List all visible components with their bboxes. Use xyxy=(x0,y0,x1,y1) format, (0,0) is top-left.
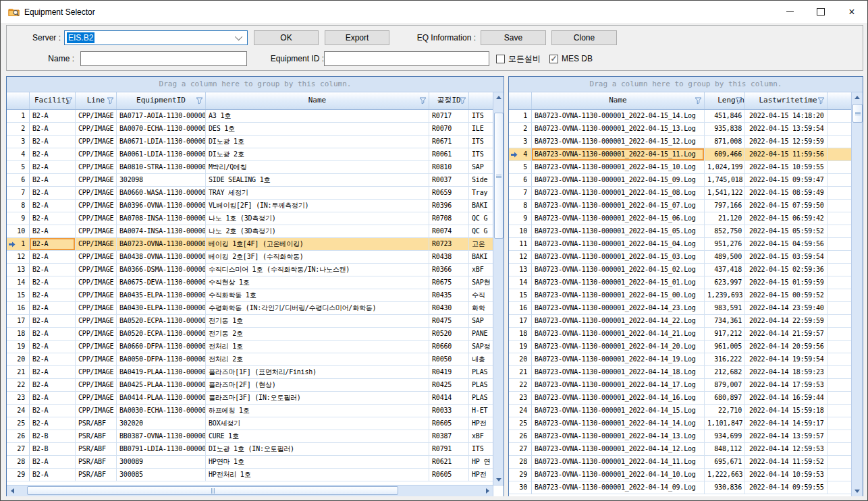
cell-lastwritetime[interactable]: 2022-04-15 10:59:55 xyxy=(745,161,828,174)
cell-lastwritetime[interactable]: 2022-04-14 11:59:52 xyxy=(745,456,828,469)
row-indicator[interactable]: 14 xyxy=(7,276,30,289)
header-equipment-id[interactable]: EquipmentID xyxy=(117,92,206,109)
vertical-scrollbar[interactable] xyxy=(851,92,863,496)
row-indicator[interactable]: 20 xyxy=(7,353,30,366)
cell-facility[interactable]: B2-A xyxy=(30,200,76,212)
cell-log-name[interactable]: BA0723-OVNA-1130-000001_2022-04-14_12.Lo… xyxy=(532,443,705,456)
scroll-right-button[interactable] xyxy=(482,485,493,496)
row-indicator[interactable]: 3 xyxy=(7,136,30,148)
cell-line[interactable]: CPP/IMAGE xyxy=(76,379,117,392)
cell-log-name[interactable]: BA0723-OVNA-1130-000001_2022-04-14_09.Lo… xyxy=(532,481,705,494)
cell-equipment-id[interactable]: BA0050-DFPA-1130-000001 xyxy=(117,353,206,366)
cell-length[interactable]: 1,101,847 xyxy=(705,417,745,430)
row-indicator[interactable]: 12 xyxy=(7,251,30,264)
cell-extra[interactable]: ILE xyxy=(469,123,493,136)
cell-facility[interactable]: B2-A xyxy=(30,315,76,328)
cell-equipment-id[interactable]: BA0070-ECHA-1130-000001 xyxy=(117,123,206,136)
table-row[interactable]: 14 BA0723-OVNA-1130-000001_2022-04-15_01… xyxy=(509,276,851,289)
row-indicator[interactable]: 17 xyxy=(509,315,532,328)
cell-lastwritetime[interactable]: 2022-04-14 20:59:56 xyxy=(745,341,828,353)
table-row[interactable]: 5 BA0723-OVNA-1130-000001_2022-04-15_10.… xyxy=(509,161,851,174)
cell-log-name[interactable]: BA0723-OVNA-1130-000001_2022-04-14_20.Lo… xyxy=(532,341,705,353)
filter-icon[interactable] xyxy=(107,97,114,105)
cell-length[interactable]: 451,846 xyxy=(705,110,745,123)
cell-length[interactable]: 489,500 xyxy=(705,251,745,264)
cell-name[interactable]: 전기동 1호 xyxy=(206,315,429,328)
row-indicator[interactable]: 28 xyxy=(7,456,30,469)
cell-equipment-id[interactable]: BA0366-DSMA-1130-000001 xyxy=(117,264,206,276)
cell-lastwritetime[interactable]: 2022-04-15 07:59:50 xyxy=(745,200,828,212)
row-indicator[interactable]: 15 xyxy=(7,289,30,302)
header-length[interactable]: Length xyxy=(705,92,745,109)
cell-extra[interactable]: 화학 xyxy=(469,302,493,315)
cell-length[interactable]: 797,166 xyxy=(705,200,745,212)
cell-log-name[interactable]: BA0723-OVNA-1130-000001_2022-04-14_11.Lo… xyxy=(532,456,705,469)
cell-process-id[interactable]: R0671 xyxy=(429,136,469,148)
table-row[interactable]: 12 BA0723-OVNA-1130-000001_2022-04-15_03… xyxy=(509,251,851,264)
row-indicator[interactable]: 27 xyxy=(7,443,30,456)
cell-line[interactable]: CPP/IMAGE xyxy=(76,251,117,264)
cell-facility[interactable]: B2-A xyxy=(30,366,76,379)
table-row[interactable]: 20 B2-A CPP/IMAGE BA0050-DFPA-1130-00000… xyxy=(7,353,493,366)
header-extra[interactable] xyxy=(469,92,493,109)
row-indicator[interactable]: 6 xyxy=(7,174,30,187)
cell-line[interactable]: CPP/IMAGE xyxy=(76,187,117,200)
cell-lastwritetime[interactable]: 2022-04-14 10:59:53 xyxy=(745,469,828,481)
row-indicator[interactable]: 1 xyxy=(7,110,30,123)
cell-process-id[interactable]: R0605 xyxy=(429,469,469,481)
table-row[interactable]: 10 B2-A CPP/IMAGE BA0074-INSA-1130-00000… xyxy=(7,225,493,238)
cell-process-id[interactable]: R0723 xyxy=(429,238,469,251)
table-row[interactable]: 12 B2-A CPP/IMAGE BA0438-OVNA-1130-00000… xyxy=(7,251,493,264)
cell-log-name[interactable]: BA0723-OVNA-1130-000001_2022-04-14_22.Lo… xyxy=(532,315,705,328)
table-row[interactable]: 25 BA0723-OVNA-1130-000001_2022-04-14_14… xyxy=(509,417,851,430)
filter-icon[interactable] xyxy=(817,97,825,105)
cell-length[interactable]: 695,671 xyxy=(705,456,745,469)
cell-length[interactable]: 609,466 xyxy=(705,148,745,161)
row-indicator[interactable]: 19 xyxy=(7,341,30,353)
cell-equipment-id[interactable]: BA0030-ECHA-1130-000001 xyxy=(117,405,206,417)
cell-log-name[interactable]: BA0723-OVNA-1130-000001_2022-04-14_15.Lo… xyxy=(532,405,705,417)
cell-length[interactable]: 1,745,018 xyxy=(705,174,745,187)
cell-name[interactable]: 플라즈마[2F] (현상) xyxy=(206,379,429,392)
cell-facility[interactable]: B2-A xyxy=(30,328,76,341)
ok-button[interactable]: OK xyxy=(254,30,319,45)
cell-process-id[interactable]: R0717 xyxy=(429,110,469,123)
filter-icon[interactable] xyxy=(419,97,427,105)
table-row[interactable]: 26 B2-B PSR/ABF BB0387-OVNA-1130-000001 … xyxy=(7,430,493,443)
cell-length[interactable]: 961,005 xyxy=(705,341,745,353)
table-row[interactable]: 27 B2-B PSR/ABF BB0791-LDIA-1130-000001 … xyxy=(7,443,493,456)
table-row[interactable]: 5 B2-A CPP/IMAGE BA0810-STRA-1130-000001… xyxy=(7,161,493,174)
cell-log-name[interactable]: BA0723-OVNA-1130-000001_2022-04-15_00.Lo… xyxy=(532,289,705,302)
cell-lastwritetime[interactable]: 2022-04-14 12:59:53 xyxy=(745,443,828,456)
cell-line[interactable]: CPP/IMAGE xyxy=(76,238,117,251)
row-indicator[interactable]: 9 xyxy=(7,212,30,225)
scroll-up-button[interactable] xyxy=(852,92,863,102)
table-row[interactable]: 30 BA0723-OVNA-1130-000001_2022-04-14_09… xyxy=(509,481,851,494)
cell-length[interactable]: 680,897 xyxy=(705,392,745,405)
cell-process-id[interactable]: R0074 xyxy=(429,225,469,238)
close-button[interactable]: × xyxy=(836,1,867,23)
cell-lastwritetime[interactable]: 2022-04-15 08:59:49 xyxy=(745,187,828,200)
cell-extra[interactable]: ITS xyxy=(469,148,493,161)
cell-extra[interactable]: Side xyxy=(469,174,493,187)
cell-equipment-id[interactable]: BA0430-ELPA-1130-000001 xyxy=(117,302,206,315)
table-row[interactable]: 22 B2-A CPP/IMAGE BA0425-PLAA-1130-00000… xyxy=(7,379,493,392)
cell-log-name[interactable]: BA0723-OVNA-1130-000001_2022-04-15_07.Lo… xyxy=(532,200,705,212)
cell-facility[interactable]: B2-A xyxy=(30,417,76,430)
scroll-down-button[interactable] xyxy=(493,475,504,485)
cell-line[interactable]: PSR/ABF xyxy=(76,469,117,481)
cell-line[interactable]: PSR/ABF xyxy=(76,430,117,443)
cell-facility[interactable]: B2-A xyxy=(30,456,76,469)
row-indicator[interactable]: 4 xyxy=(509,148,532,161)
cell-extra[interactable]: SAP xyxy=(469,315,493,328)
cell-name[interactable]: 전기동 2호 xyxy=(206,328,429,341)
cell-extra[interactable]: ITS xyxy=(469,136,493,148)
table-row[interactable]: 28 B2-A PSR/ABF 300089 HP연마 1호 R0621 HP … xyxy=(7,456,493,469)
cell-process-id[interactable]: R0659 xyxy=(429,187,469,200)
row-indicator[interactable]: 11 xyxy=(509,238,532,251)
table-row[interactable]: 11 BA0723-OVNA-1130-000001_2022-04-15_04… xyxy=(509,238,851,251)
cell-process-id[interactable]: R0419 xyxy=(429,366,469,379)
cell-lastwritetime[interactable]: 2022-04-14 14:59:17 xyxy=(745,417,828,430)
row-indicator[interactable]: 20 xyxy=(509,353,532,366)
cell-equipment-id[interactable]: BA0061-LDIA-1130-000001 xyxy=(117,148,206,161)
